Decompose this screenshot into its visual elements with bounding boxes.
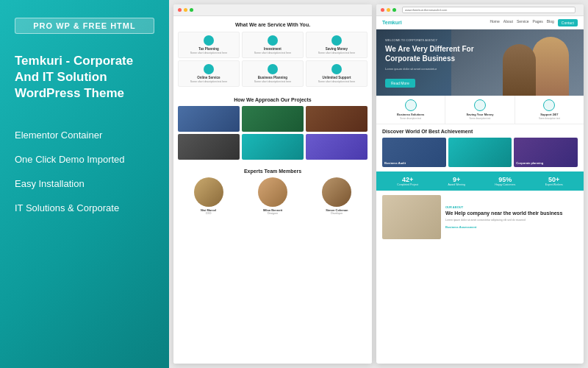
stat-card-3: Support 24/7 Some description text: [515, 96, 584, 124]
counter-label-4: Expert Workers: [545, 183, 563, 186]
service-desc-6: Some short description text here: [308, 80, 365, 83]
service-desc-5: Some short description text here: [244, 80, 301, 83]
project-img-4: [178, 134, 240, 160]
achievement-label-3: Corporate planning: [516, 161, 543, 165]
browser-bar-left: [173, 4, 372, 16]
counter-label-2: Award Winning: [448, 183, 465, 186]
service-card-1: Tax Planning Some short description text…: [178, 32, 240, 58]
dot-green-r: [392, 8, 396, 12]
preview-website-left: What We are Service With You. Tax Planni…: [173, 4, 372, 364]
stat-icon-1: [405, 99, 417, 111]
dot-yellow: [184, 8, 187, 12]
counter-label-1: Completed Project: [397, 183, 418, 186]
feature-item-1: Elementor Container: [15, 130, 154, 141]
counter-2: 9+ Award Winning: [448, 176, 465, 186]
dot-green: [190, 8, 193, 12]
about-service-label: Business Assessment: [445, 225, 578, 229]
counter-4: 50+ Expert Workers: [545, 176, 563, 186]
browser-bar-right: www.themkuri.themeswolrd.com: [376, 4, 584, 16]
service-icon-5: [268, 64, 278, 74]
service-desc-3: Some short description text here: [308, 52, 365, 54]
service-desc-1: Some short description text here: [180, 52, 237, 54]
project-img-3: [306, 106, 368, 132]
service-name-1: Tax Planning: [180, 47, 237, 51]
about-content: OUR ABOUT We Help company near the world…: [445, 205, 578, 229]
feature-item-4: IT Solutions & Corporate: [15, 202, 154, 213]
counters-row: 42+ Completed Project 9+ Award Winning 9…: [376, 171, 584, 191]
team-member-3: Simon Coleman Developer: [306, 177, 368, 215]
counter-num-3: 95%: [495, 176, 515, 183]
achievement-img-3: Corporate planning: [514, 138, 578, 167]
nav-item-home: Home: [490, 19, 499, 26]
achievement-title: Discover World Of Best Achievement: [382, 129, 578, 134]
achievement-section: Discover World Of Best Achievement Busin…: [376, 124, 584, 171]
hero-cta-button[interactable]: Read More: [385, 79, 415, 88]
about-title: We Help company near the world their bus…: [445, 210, 578, 216]
team-avatar-2: [258, 177, 287, 207]
service-desc-2: Some short description text here: [244, 52, 301, 54]
project-img-2: [242, 106, 304, 132]
counter-num-2: 9+: [448, 176, 465, 183]
hero-content: WELCOME TO CORPORATE AGENCY We Are Very …: [385, 38, 481, 88]
service-name-6: Unlimited Support: [308, 76, 365, 79]
service-desc-4: Some short description text here: [180, 80, 237, 83]
team-role-2: Designer: [242, 212, 303, 215]
service-card-6: Unlimited Support Some short description…: [306, 60, 368, 87]
projects-section: How We Approach Our Projects: [173, 93, 372, 164]
stat-desc-3: Some description text: [518, 117, 581, 120]
team-section: Experts Team Members Nisi Marcel CEO Mil…: [173, 164, 372, 219]
service-card-5: Business Planning Some short description…: [242, 60, 304, 87]
feature-item-3: Easy Installation: [15, 178, 154, 189]
stat-card-2: Saving Your Money Some description text: [445, 96, 514, 124]
team-avatar-3: [322, 177, 351, 207]
stat-title-3: Support 24/7: [518, 113, 581, 116]
counter-num-4: 50+: [545, 176, 563, 183]
stat-icon-2: [474, 99, 486, 111]
service-card-3: Saving Money Some short description text…: [306, 32, 368, 58]
hero-figure-1: [532, 37, 569, 96]
site-logo: Temkuri: [382, 20, 402, 25]
nav-item-blog: Blog: [547, 19, 554, 26]
projects-title: How We Approach Our Projects: [178, 97, 368, 102]
team-avatar-1: [194, 177, 223, 207]
hero-section: WELCOME TO CORPORATE AGENCY We Are Very …: [376, 29, 584, 96]
dot-red: [178, 8, 182, 12]
service-name-2: Investment: [244, 47, 301, 51]
left-panel: PRO WP & FREE HTML Temkuri - Corporate A…: [0, 0, 169, 368]
team-title: Experts Team Members: [178, 169, 368, 174]
team-role-1: CEO: [178, 212, 239, 215]
service-icon-3: [331, 35, 342, 46]
projects-grid: [178, 106, 368, 160]
service-card-4: Online Service Some short description te…: [178, 60, 240, 87]
stat-title-1: Business Solutions: [379, 113, 442, 116]
achievement-img-2: [448, 138, 512, 167]
nav-item-pages: Pages: [533, 19, 543, 26]
service-name-3: Saving Money: [308, 47, 365, 51]
counter-1: 42+ Completed Project: [397, 176, 418, 186]
services-section: What We are Service With You. Tax Planni…: [173, 16, 372, 93]
nav-cta-button[interactable]: Contact: [558, 19, 578, 26]
nav-item-service: Service: [517, 19, 529, 26]
stat-icon-3: [543, 99, 555, 111]
hero-figure-2: [503, 44, 536, 96]
service-icon-2: [268, 35, 278, 46]
dot-yellow-r: [387, 8, 390, 12]
achievement-label-1: Business Audit: [384, 161, 406, 165]
project-img-1: [178, 106, 240, 132]
services-grid: Tax Planning Some short description text…: [178, 32, 368, 87]
service-name-5: Business Planning: [244, 76, 301, 79]
project-img-6: [306, 134, 368, 160]
nav-item-about: About: [503, 19, 513, 26]
stat-desc-2: Some description text: [448, 117, 511, 120]
service-icon-1: [204, 35, 214, 46]
project-img-5: [242, 134, 304, 160]
services-title: What We are Service With You.: [178, 22, 368, 27]
left-content-area: What We are Service With You. Tax Planni…: [173, 16, 372, 364]
stat-title-2: Saving Your Money: [448, 113, 511, 116]
feature-item-2: One Click Demo Imported: [15, 154, 154, 165]
hero-title: We Are Very Different For Corporate Busi…: [385, 44, 481, 63]
team-role-3: Developer: [306, 212, 368, 215]
counter-3: 95% Happy Customers: [495, 176, 515, 186]
right-panel: What We are Service With You. Tax Planni…: [169, 0, 588, 368]
stat-desc-1: Some description text: [379, 117, 442, 120]
